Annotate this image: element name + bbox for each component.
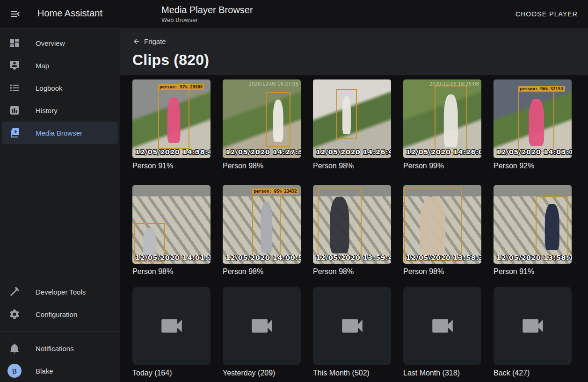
- map-account-icon: [9, 60, 20, 71]
- clip-tile[interactable]: 2020-12-05 16:26:0812/05/2020 14:26:07Pe…: [403, 79, 481, 171]
- folder-caption: Today (164): [132, 369, 211, 378]
- person-figure: [330, 197, 349, 253]
- clip-thumbnail: person: 97% 2998812/05/2020 14:38:47: [132, 79, 211, 158]
- folder-thumbnail: [403, 287, 481, 365]
- sidebar-divider: [0, 331, 120, 332]
- sidebar-item-map[interactable]: Map: [2, 54, 118, 77]
- clip-grid: person: 97% 2998812/05/2020 14:38:47Pers…: [132, 79, 588, 277]
- clip-timestamp: 12/05/2020 14:38:47: [135, 148, 211, 156]
- clip-tile[interactable]: 12/05/2020 14:01:14Person 98%: [132, 185, 211, 277]
- page-title-block: Media Player Browser Web Browser: [161, 4, 253, 23]
- sidebar-item-media-browser[interactable]: Media Browser: [2, 122, 118, 144]
- folder-tile[interactable]: Back (427): [494, 287, 572, 378]
- clip-tile[interactable]: person: 96% 3215412/05/2020 14:03:17Pers…: [494, 79, 572, 171]
- folder-caption: Yesterday (209): [223, 369, 301, 378]
- detection-label: person: 96% 32154: [518, 86, 564, 92]
- clip-tile[interactable]: 12/05/2020 13:58:17Person 91%: [494, 185, 572, 277]
- clip-timestamp: 12/05/2020 14:26:48: [316, 148, 391, 156]
- folder-tile[interactable]: Yesterday (209): [223, 287, 301, 378]
- logbook-icon: [9, 82, 20, 94]
- media-scroll-area[interactable]: person: 97% 2998812/05/2020 14:38:47Pers…: [120, 75, 588, 382]
- video-icon: [339, 312, 366, 339]
- detection-bounding-box: [318, 187, 362, 260]
- hammer-icon: [9, 286, 20, 297]
- person-figure: [420, 197, 446, 255]
- clip-tile[interactable]: 2020-12-05 16:27:3512/05/2020 14:27:35Pe…: [223, 79, 301, 171]
- folder-caption: This Month (502): [313, 369, 391, 378]
- avatar: B: [7, 364, 22, 378]
- dashboard-icon: [9, 37, 20, 49]
- clip-caption: Person 98%: [313, 267, 391, 277]
- sidebar-item-label: Logbook: [36, 84, 63, 92]
- app-header: Home Assistant Media Player Browser Web …: [0, 0, 588, 28]
- clip-thumbnail: person: 96% 3215412/05/2020 14:03:17: [494, 79, 572, 158]
- detection-bounding-box: person: 96% 32154: [518, 91, 554, 152]
- clip-tile[interactable]: 12/05/2020 14:26:48Person 98%: [313, 79, 391, 171]
- breadcrumb-label: Frigate: [144, 37, 166, 45]
- sidebar-item-overview[interactable]: Overview: [2, 32, 118, 54]
- sidebar-item-history[interactable]: History: [2, 99, 118, 122]
- detection-bounding-box: person: 97% 29988: [158, 89, 189, 149]
- folder-tile[interactable]: Today (164): [132, 287, 211, 378]
- clip-timestamp: 12/05/2020 14:01:14: [135, 254, 211, 261]
- sidebar-item-developer-tools[interactable]: Developer Tools: [2, 281, 118, 303]
- gear-icon: [9, 309, 20, 320]
- sidebar-spacer: [0, 144, 120, 281]
- folder-tile[interactable]: Last Month (318): [403, 287, 481, 378]
- person-figure: [273, 100, 283, 142]
- clip-tile[interactable]: person: 97% 2998812/05/2020 14:38:47Pers…: [132, 79, 211, 171]
- hammer-icon: [9, 286, 20, 297]
- folder-thumbnail: [223, 287, 301, 365]
- folder-caption: Back (427): [494, 369, 572, 378]
- clip-timestamp: 12/05/2020 14:26:07: [406, 148, 481, 156]
- clip-tile[interactable]: person: 95% 2343212/05/2020 14:00:52Pers…: [223, 185, 301, 277]
- menu-open-button[interactable]: [9, 8, 21, 20]
- clip-caption: Person 91%: [132, 162, 211, 171]
- sidebar-item-configuration[interactable]: Configuration: [2, 303, 118, 325]
- detection-label: person: 97% 29988: [158, 84, 204, 90]
- bell-icon: [9, 343, 20, 354]
- sidebar-item-logbook[interactable]: Logbook: [2, 77, 118, 99]
- page-heading: Clips (820): [132, 51, 588, 69]
- folder-thumbnail: [494, 287, 572, 365]
- map-account-icon: [9, 60, 20, 71]
- app-title: Home Assistant: [37, 8, 102, 19]
- clip-tile[interactable]: 12/05/2020 13:58:30Person 98%: [403, 185, 481, 277]
- sidebar-item-profile[interactable]: BBlake: [2, 360, 118, 382]
- clip-thumbnail: 12/05/2020 13:58:30: [403, 185, 481, 264]
- person-figure: [342, 96, 351, 135]
- dashboard-icon: [9, 37, 20, 49]
- clip-thumbnail: 2020-12-05 16:27:3512/05/2020 14:27:35: [223, 79, 301, 158]
- breadcrumb[interactable]: Frigate: [132, 37, 166, 45]
- folder-tile[interactable]: This Month (502): [313, 287, 391, 378]
- menu-open-icon: [9, 8, 21, 20]
- sidebar-item-label: Media Browser: [36, 129, 82, 137]
- sidebar-item-label: Developer Tools: [36, 288, 86, 296]
- content-header: Frigate Clips (820): [120, 28, 588, 75]
- page-subtitle: Web Browser: [161, 16, 253, 23]
- detection-bounding-box: [266, 92, 290, 147]
- media-browser-icon: [9, 127, 20, 138]
- choose-player-button[interactable]: CHOOSE PLAYER: [510, 7, 583, 22]
- sidebar-item-label: Notifications: [36, 345, 74, 353]
- camera-osd-timestamp: 2020-12-05 16:27:35: [249, 81, 298, 86]
- person-figure: [261, 202, 273, 253]
- person-figure: [529, 99, 544, 146]
- clip-timestamp: 12/05/2020 14:27:35: [225, 148, 301, 156]
- person-figure: [167, 97, 181, 143]
- sidebar: OverviewMapLogbookHistoryMedia Browser D…: [0, 28, 120, 382]
- video-icon: [158, 312, 185, 339]
- sidebar-item-notifications[interactable]: Notifications: [2, 337, 118, 360]
- media-browser-icon: [9, 127, 20, 138]
- person-figure: [545, 204, 559, 250]
- sidebar-tool-items: Developer ToolsConfiguration: [0, 281, 120, 325]
- video-icon: [519, 312, 546, 339]
- sidebar-item-label: Overview: [36, 39, 65, 47]
- sidebar-main-items: OverviewMapLogbookHistoryMedia Browser: [0, 32, 120, 144]
- sidebar-bottom-items: Notifications: [0, 337, 120, 360]
- sidebar-item-label: History: [36, 107, 58, 115]
- clip-timestamp: 12/05/2020 13:59:49: [316, 254, 391, 261]
- clip-caption: Person 98%: [313, 162, 391, 171]
- clip-tile[interactable]: 12/05/2020 13:59:49Person 98%: [313, 185, 391, 277]
- clip-caption: Person 99%: [403, 162, 481, 171]
